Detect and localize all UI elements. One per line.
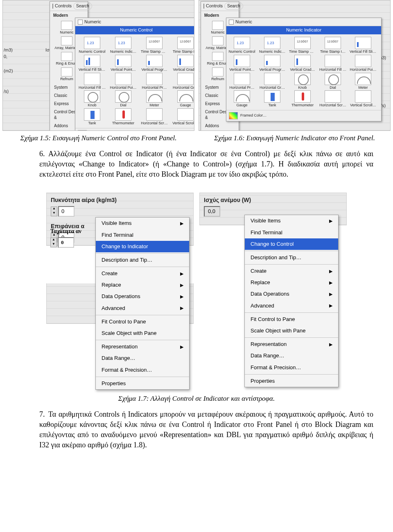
caption-fig17: Σχήμα 1.7: Αλλαγή Control σε Indicator κ… [0,394,393,404]
grid-ts-control-r[interactable]: Time Stamp C… [288,37,317,54]
grid-tank-r[interactable]: Tank [257,90,287,108]
ctx-create[interactable]: Create▶ [96,268,189,279]
grid-hgrad-r[interactable]: Horizontal Gr… [257,73,287,90]
grid-hscroll-r[interactable]: Horizontal Scr… [318,90,348,108]
grid-vprog[interactable]: Vertical Progr… [139,55,169,72]
numeric-sub-palette[interactable]: Numeric Numeric Control Numeric Control … [75,18,194,131]
context-menu-left[interactable]: Visible Items▶ Find Terminal Change to I… [95,217,190,390]
grid-vgrad[interactable]: Vertical Grad… [170,55,194,72]
framed-color-icon-r[interactable] [229,112,238,119]
ctx-properties-r[interactable]: Properties [245,375,338,387]
grid-vpoint-r[interactable]: Vertical Point… [227,55,257,72]
ctx-datarange[interactable]: Data Range… [96,352,189,364]
ctx-replace-r[interactable]: Replace▶ [245,277,338,288]
palette-header-r[interactable]: Controls Search [201,2,239,11]
ctx-change-to-indicator[interactable]: Change to Indicator [96,241,189,252]
ctx-description-r[interactable]: Description and Tip… [245,252,338,263]
sub-palette-header-r[interactable]: Numeric [226,18,381,26]
pin-icon[interactable] [203,4,204,9]
ctx-visible-items-r[interactable]: Visible Items▶ [245,215,338,227]
grid-numeric-indic[interactable]: Numeric Indic… [108,37,138,54]
ctx-advanced[interactable]: Advanced▶ [96,303,189,314]
grid-knob-r[interactable]: Knob [288,73,317,90]
numeric-grid-r: Numeric Control Numeric Indic… Time Stam… [226,34,381,110]
ctx-data-ops-r[interactable]: Data Operations▶ [245,288,338,300]
grid-hfill[interactable]: Horizontal Fill … [77,73,107,90]
pin-icon[interactable] [78,20,83,25]
ctx-change-to-control[interactable]: Change to Control [245,238,338,250]
grid-vgrad-r[interactable]: Vertical Grad… [288,55,317,72]
palette-title: Controls [55,3,72,9]
spin-buttons[interactable]: ▲▼ [51,207,57,216]
ctx-fit[interactable]: Fit Control to Pane [96,316,189,328]
grid-numeric-control-r[interactable]: Numeric Control [227,37,257,54]
grid-therm[interactable]: Thermometer [108,108,138,126]
ctx-format[interactable]: Format & Precision… [96,364,189,376]
framed-color-icon[interactable] [78,130,87,131]
grid-vscroll-r[interactable]: Vertical Scroll… [348,90,378,108]
grid-tank[interactable]: Tank [77,108,107,126]
grid-vprog-r[interactable]: Vertical Progr… [257,55,287,72]
grid-knob[interactable]: Knob [77,90,107,108]
grid-therm-r[interactable]: Thermometer [288,90,317,108]
grid-numeric-control[interactable]: Numeric Control [77,37,107,54]
bg-label: Iσ [45,47,50,53]
pin-icon[interactable] [52,4,53,9]
numeric-sub-palette-r[interactable]: Numeric Numeric Indicator Numeric Contro… [226,18,382,121]
ctx-scale[interactable]: Scale Object with Pane [96,328,189,339]
fp-label-speed: Ταχύτητα αν [50,227,95,236]
grid-ts-indic-r[interactable]: Time Stamp I… [318,37,348,54]
grid-hprog[interactable]: Horizontal Pr… [139,73,169,90]
framed-color-label-r[interactable]: Framed Color… [240,114,267,118]
category-addons-r[interactable]: Addons [203,122,236,130]
ctx-datarange-r[interactable]: Data Range… [245,350,338,361]
ctx-advanced-r[interactable]: Advanced▶ [245,300,338,312]
grid-meter-r[interactable]: Meter [348,73,378,90]
grid-hpoint[interactable]: Horizontal Poi… [108,73,138,90]
ctx-properties[interactable]: Properties [96,378,189,389]
context-menu-right[interactable]: Visible Items▶ Find Terminal Change to C… [244,215,339,387]
search-button-r[interactable]: Search [224,2,243,10]
grid-vpoint[interactable]: Vertical Point… [108,55,138,72]
grid-ts-indic[interactable]: Time Stamp I… [170,37,194,54]
ctx-scale-r[interactable]: Scale Object with Pane [245,325,338,337]
ctx-replace[interactable]: Replace▶ [96,279,189,291]
grid-hprog-r[interactable]: Horizontal Pr… [227,73,257,90]
search-button[interactable]: Search [73,2,92,10]
ctx-find-terminal-r[interactable]: Find Terminal [245,227,338,238]
sub-palette-header[interactable]: Numeric [75,18,194,26]
grid-hfill-r[interactable]: Horizontal Fill … [318,55,348,72]
grid-numeric-indic-r[interactable]: Numeric Indic… [257,37,287,54]
ctx-create-r[interactable]: Create▶ [245,265,338,277]
grid-dial[interactable]: Dial [108,90,138,108]
grid-dial-r[interactable]: Dial [318,73,348,90]
ctx-fit-r[interactable]: Fit Control to Pane [245,314,338,325]
ctx-representation-r[interactable]: Representation▶ [245,339,338,350]
ctx-representation[interactable]: Representation▶ [96,341,189,352]
grid-hpoint-r[interactable]: Horizontal Poi… [348,55,378,72]
grid-vscroll[interactable]: Vertical Scroll… [170,108,194,126]
ctx-data-ops[interactable]: Data Operations▶ [96,291,189,302]
grid-ts-control[interactable]: Time Stamp C… [139,37,169,54]
grid-gauge[interactable]: Gauge [170,90,194,108]
grid-hgrad[interactable]: Horizontal Gr… [170,73,194,90]
palette-header[interactable]: Controls Search [50,2,88,11]
highlighted-item-control[interactable]: Numeric Control [75,26,194,34]
grid-meter[interactable]: Meter [139,90,169,108]
ctx-format-r[interactable]: Format & Precision… [245,362,338,373]
ctx-find-terminal[interactable]: Find Terminal [96,229,189,241]
grid-vfill[interactable]: Vertical Fill Slide [77,55,107,72]
highlighted-item-indicator[interactable]: Numeric Indicator [226,26,381,34]
grid-gauge-r[interactable]: Gauge [227,90,257,108]
ctx-description[interactable]: Description and Tip… [96,254,189,266]
ctx-visible-items[interactable]: Visible Items▶ [96,218,189,229]
grid-hscroll[interactable]: Horizontal Scr… [139,108,169,126]
figure-1-7: Πυκνότητα αέρα (kg/m3) ▲▼ 0 Επιφάνεια α … [0,193,393,387]
numeric-control-value3[interactable]: 0 [58,237,74,248]
grid-vfill-r[interactable]: Vertical Fill Slide [348,37,378,54]
pin-icon[interactable] [229,20,234,25]
numeric-control-value[interactable]: 0 [58,206,75,217]
paragraph-7-text: Τα αριθμητικά Controls ή Indicators μπορ… [39,410,373,449]
spin-buttons[interactable]: ▲▼ [50,238,57,247]
category-usercontrols-r[interactable]: User Controls [203,130,236,131]
